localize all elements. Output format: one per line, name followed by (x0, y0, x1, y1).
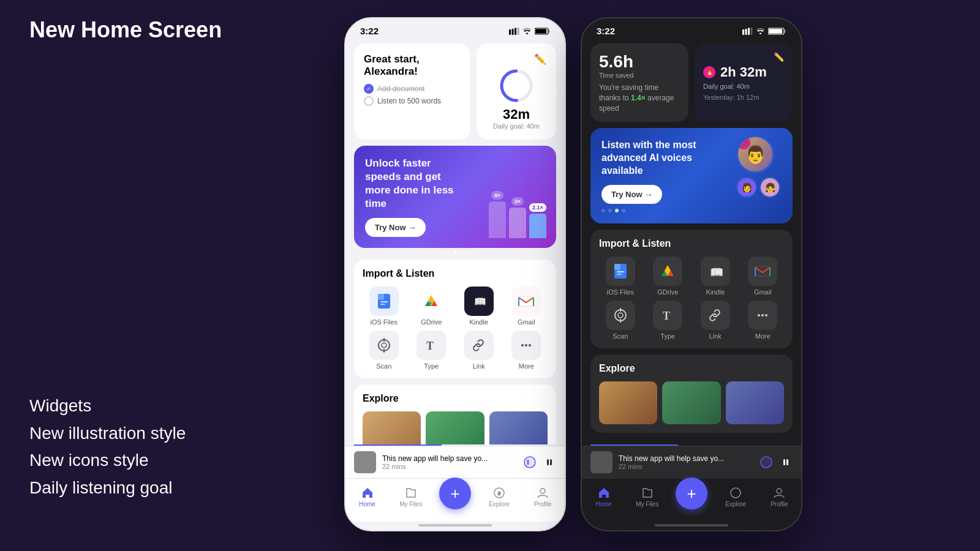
player-info-dark: This new app will help save yo... 22 min… (619, 454, 753, 470)
feature-4: Daily listening goal (29, 474, 186, 502)
svg-rect-37 (785, 29, 786, 32)
import-title-light: Import & Listen (363, 268, 548, 279)
icon-gdrive-light[interactable]: ▲ GDrive (410, 287, 453, 326)
svg-rect-6 (535, 29, 546, 34)
svg-point-51 (761, 314, 764, 317)
explore-dark: Explore (590, 354, 793, 433)
page-title: New Home Screen (29, 17, 222, 43)
icon-label: GDrive (421, 318, 442, 326)
welcome-title: Great start, Alexandra! (364, 53, 461, 78)
tab-bar-dark: Home My Files + Explore Profile (582, 478, 801, 522)
banner-cta-light[interactable]: Try Now → (365, 218, 426, 237)
welcome-card-light: Great start, Alexandra! ✓ Add document L… (354, 43, 470, 140)
icon-more-dark[interactable]: More (742, 301, 785, 340)
svg-rect-38 (769, 29, 782, 34)
icon-scan-light[interactable]: Scan (363, 331, 405, 370)
icon-link-dark[interactable]: Link (694, 301, 737, 340)
icon-scan-dark[interactable]: Scan (599, 301, 642, 340)
svg-text:📖: 📖 (710, 266, 724, 279)
svg-rect-5 (549, 29, 550, 32)
feature-1: Widgets (29, 392, 186, 420)
svg-rect-42 (617, 274, 622, 275)
tab-home-dark[interactable]: Home (589, 486, 619, 508)
player-bar-dark[interactable]: This new app will help save yo... 22 min… (582, 444, 801, 478)
explore-title-dark: Explore (599, 363, 784, 374)
icon-ios-files-light[interactable]: iOS Files (363, 287, 405, 326)
import-section-light: Import & Listen iOS Files ▲ GDrive (354, 260, 556, 378)
svg-rect-33 (745, 29, 747, 35)
svg-point-46 (618, 313, 623, 318)
svg-rect-55 (783, 459, 785, 465)
goal-card-light: ✏️ 32m Daily goal: 40m (477, 43, 556, 140)
icon-gmail-dark[interactable]: Gmail (742, 257, 785, 296)
player-bar-light[interactable]: This new app will help save yo... 22 min… (345, 444, 565, 478)
tab-add-light[interactable]: + (439, 478, 471, 509)
svg-rect-12 (380, 304, 385, 305)
svg-rect-29 (550, 459, 552, 465)
icon-label: Gmail (518, 318, 535, 326)
player-info-light: This new app will help save yo... 22 min… (382, 454, 517, 470)
svg-point-31 (540, 489, 545, 493)
tab-explore-light[interactable]: Explore (484, 486, 514, 508)
tab-profile-light[interactable]: Profile (527, 486, 558, 508)
svg-rect-35 (751, 28, 753, 35)
svg-rect-10 (378, 294, 384, 300)
svg-rect-32 (742, 29, 744, 35)
tab-home-light[interactable]: Home (352, 486, 383, 508)
stat-card-daily: ✏️ 🔥 2h 32m Daily goal: 40m Yesterday: 1… (695, 43, 793, 122)
icon-ios-files-dark[interactable]: iOS Files (599, 257, 642, 296)
icon-type-light[interactable]: T Type (410, 331, 453, 370)
svg-rect-17 (519, 296, 533, 306)
explore-title-light: Explore (363, 393, 548, 404)
svg-rect-40 (614, 264, 620, 270)
svg-point-58 (777, 489, 782, 493)
icon-link-light[interactable]: Link (458, 331, 500, 370)
icon-more-light[interactable]: More (505, 331, 548, 370)
tab-bar-light: Home My Files + Explore Profile (345, 478, 565, 522)
phone-dark: 3:22 5.6h Time saved You're saving time … (581, 17, 802, 531)
banner-cta-dark[interactable]: Try Now → (601, 185, 662, 204)
tab-myfiles-light[interactable]: My Files (396, 486, 426, 508)
phone-light: 3:22 Great start, Alexandra! ✓ Add docum… (344, 17, 566, 531)
status-bar-light: 3:22 (345, 18, 565, 39)
icon-gdrive-dark[interactable]: GDrive (647, 257, 690, 296)
feature-2: New illustration style (29, 420, 186, 448)
svg-text:📖: 📖 (474, 296, 486, 307)
icon-label: iOS Files (370, 318, 398, 326)
svg-point-19 (382, 343, 386, 348)
svg-point-24 (525, 344, 527, 347)
tab-profile-dark[interactable]: Profile (764, 486, 794, 508)
icon-kindle-light[interactable]: 📖 Kindle (458, 287, 500, 326)
features-list: Widgets New illustration style New icons… (29, 392, 186, 502)
import-section-dark: Import & Listen iOS Files GDrive (590, 230, 793, 348)
feature-3: New icons style (29, 447, 186, 474)
tab-myfiles-dark[interactable]: My Files (632, 486, 663, 508)
explore-light: Explore (354, 384, 556, 444)
icon-gmail-light[interactable]: Gmail (505, 287, 548, 326)
svg-text:▲: ▲ (428, 299, 433, 305)
status-bar-dark: 3:22 (582, 18, 801, 39)
banner-text-light: Unlock faster speeds and get more done i… (365, 157, 464, 211)
icon-type-dark[interactable]: T Type (647, 301, 690, 340)
svg-point-50 (758, 314, 760, 317)
icon-label: More (519, 362, 534, 370)
player-thumb-light (354, 451, 376, 473)
icon-label: Kindle (469, 318, 488, 326)
tab-add-dark[interactable]: + (676, 478, 707, 509)
svg-rect-41 (617, 271, 624, 272)
svg-rect-2 (514, 28, 516, 35)
svg-rect-1 (512, 29, 514, 35)
status-icons-light (509, 28, 550, 35)
icon-label: Scan (376, 362, 391, 370)
icon-label: Link (473, 362, 485, 370)
svg-rect-44 (755, 266, 770, 276)
icon-kindle-dark[interactable]: 📖 Kindle (694, 257, 737, 296)
svg-point-52 (765, 314, 767, 317)
status-time-light: 3:22 (360, 26, 379, 36)
svg-rect-56 (786, 459, 788, 465)
svg-rect-3 (518, 28, 519, 35)
svg-rect-28 (547, 459, 549, 465)
tab-explore-dark[interactable]: Explore (720, 486, 751, 508)
status-time-dark: 3:22 (597, 26, 615, 36)
import-title-dark: Import & Listen (599, 238, 784, 249)
